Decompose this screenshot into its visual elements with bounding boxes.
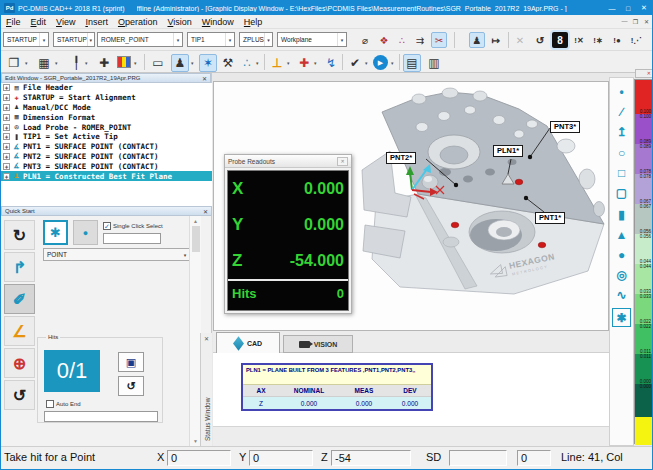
move-points-icon[interactable]: ⇉ [412, 32, 428, 48]
command-input[interactable] [44, 411, 158, 422]
mdi-minimize-icon[interactable]: — [619, 18, 630, 25]
reset-tool[interactable]: ↺ [4, 380, 35, 410]
expand-icon[interactable]: + [3, 163, 10, 170]
close-icon[interactable]: ✕ [203, 208, 208, 215]
expand-icon[interactable]: + [3, 94, 10, 101]
line-icon[interactable]: ∕ [612, 102, 631, 121]
surface-point-icon[interactable]: ⊥ [268, 54, 286, 72]
expand-icon[interactable]: + [3, 114, 10, 121]
minimize-button[interactable]: — [604, 1, 620, 15]
redo-button[interactable]: ↺ [118, 376, 144, 396]
expand-icon[interactable]: + [3, 153, 10, 160]
expand-icon[interactable]: + [3, 133, 10, 140]
maximize-button[interactable]: □ [620, 1, 636, 15]
chevron-down-icon[interactable]: ▾ [365, 60, 368, 66]
tree-item-pln1-selected[interactable]: +⊥PLN1 = Constructed Best Fit Plane [1, 171, 212, 181]
hit-dots-icon[interactable]: !⋰ [628, 32, 644, 48]
menu-help[interactable]: Help [239, 17, 268, 27]
quick-start-header[interactable]: Quick Start ✕ [1, 206, 212, 216]
trim-points-icon[interactable]: ✂ [431, 32, 447, 48]
checkbox-checked-icon[interactable]: ✓ [103, 222, 111, 230]
auto-feature-icon[interactable]: ✱ [612, 308, 631, 327]
erase-hit-icon[interactable]: ↺ [532, 32, 548, 48]
cone-icon[interactable]: ▲ [612, 225, 631, 244]
alignment2-dropdown[interactable]: STARTUP▾ [53, 32, 95, 47]
pan-icon[interactable]: ✚ [95, 54, 113, 72]
comment-icon[interactable]: ▭ [149, 54, 167, 72]
chevron-down-icon[interactable]: ▾ [287, 60, 290, 66]
expand-icon[interactable]: + [3, 143, 10, 150]
chevron-down-icon[interactable]: ▾ [134, 60, 137, 66]
probe-mode-tool[interactable]: ↻ [4, 220, 35, 250]
feature-label-pnt2[interactable]: PNT2* [386, 152, 416, 164]
chevron-down-icon[interactable]: ▾ [55, 60, 58, 66]
workplane-dropdown[interactable]: Workplane▾ [277, 32, 347, 47]
point-icon[interactable]: • [612, 82, 631, 101]
alignment-dropdown[interactable]: STARTUP▾ [3, 32, 49, 47]
menu-vision[interactable]: Vision [162, 17, 196, 27]
wireframe-view-icon[interactable]: ▦ [35, 54, 53, 72]
mdi-restore-icon[interactable]: ❐ [630, 18, 641, 25]
play-icon[interactable]: ▶ [373, 55, 388, 70]
tolerance-tool[interactable]: ∠ [4, 316, 35, 346]
tree-item-file-header[interactable]: +▤File Header [1, 83, 212, 93]
menu-window[interactable]: Window [197, 17, 239, 27]
square-icon[interactable]: □ [612, 163, 631, 182]
cylinder-icon[interactable]: ▮ [612, 205, 631, 224]
auto-end-checkbox[interactable]: ✓ Auto End [46, 400, 81, 408]
probe-readouts-window[interactable]: Probe Readouts ✕ X0.000 Y0.000 Z-54.000 … [224, 154, 352, 314]
tab-cad[interactable]: CAD [216, 332, 280, 353]
menu-view[interactable]: View [51, 17, 80, 27]
auto-feature-button[interactable]: ✱ [43, 220, 68, 245]
probe-readouts-header[interactable]: Probe Readouts ✕ [225, 155, 351, 168]
circle-icon[interactable]: ○ [612, 143, 631, 162]
chevron-down-icon[interactable]: ▾ [25, 60, 28, 66]
checkbox-unchecked-icon[interactable]: ✓ [46, 400, 54, 408]
chevron-down-icon[interactable]: ▾ [85, 60, 88, 66]
feature-label-pnt3[interactable]: PNT3* [550, 121, 580, 133]
graphic-display-window[interactable]: HEXAGON METROLOGY [213, 81, 609, 331]
gage-icon[interactable]: ▥ [425, 54, 443, 72]
tree-item-dimension-format[interactable]: +▦Dimension Format [1, 112, 212, 122]
status-window-strip[interactable]: ✕ Status Window [200, 333, 212, 446]
tree-item-pnt3[interactable]: +∡PNT3 = SURFACE POINT (CONTACT) [1, 161, 212, 171]
tree-item-pnt2[interactable]: +∡PNT2 = SURFACE POINT (CONTACT) [1, 152, 212, 162]
close-icon[interactable]: ✕ [337, 157, 348, 166]
feature-label-pln1[interactable]: PLN1* [493, 145, 523, 157]
expand-icon[interactable]: + [3, 104, 10, 111]
expand-icon[interactable]: + [3, 173, 10, 180]
target-tool[interactable]: ⊕ [4, 348, 35, 378]
single-click-select[interactable]: ✓ Single Click Select [103, 222, 163, 230]
hit-star-icon[interactable]: !✕ [571, 32, 587, 48]
sphere-icon[interactable]: ● [612, 245, 631, 264]
curve-icon[interactable]: ∿ [612, 285, 631, 304]
palette-icon[interactable] [117, 56, 131, 68]
scroll-thumb[interactable] [192, 226, 200, 252]
readout-display-icon[interactable]: 8 [552, 32, 568, 48]
workplane-axis-dropdown[interactable]: ZPLUS▾ [239, 32, 273, 47]
quickstart-arrow-icon[interactable]: ↯ [322, 54, 340, 72]
tree-item-startup[interactable]: +✚STARTUP = Start Alignment [1, 93, 212, 103]
feature-name-input[interactable] [103, 233, 161, 244]
guess-mode-icon[interactable]: ♟ [171, 54, 189, 72]
tree-item-tip1[interactable]: +❚TIP1 = Set Active Tip [1, 132, 212, 142]
save-button[interactable]: ▣ [118, 352, 144, 372]
menu-operation[interactable]: Operation [113, 17, 163, 27]
hit-asterisk-icon[interactable]: !∗ [590, 32, 606, 48]
tree-item-pnt1[interactable]: +∡PNT1 = SURFACE POINT (CONTACT) [1, 142, 212, 152]
mdi-close-icon[interactable]: ✕ [641, 18, 652, 25]
close-icon[interactable]: ✕ [201, 335, 212, 342]
wand-icon[interactable]: ✶ [199, 54, 217, 72]
take-hit-icon[interactable]: ♟ [469, 32, 485, 48]
feature-type-dropdown[interactable]: POINT▾ [43, 248, 191, 261]
select-points-icon[interactable]: ∴ [394, 32, 410, 48]
dimension-tool[interactable]: ✐ [4, 284, 35, 314]
tree-item-manual-dcc[interactable]: +♟Manual/DCC Mode [1, 103, 212, 113]
execute-check-icon[interactable]: ✔ [346, 54, 364, 72]
dimension-report-table[interactable]: PLN1 = PLANE BUILT FROM 3 FEATURES ,PNT1… [241, 363, 433, 411]
expand-icon[interactable]: + [3, 124, 10, 131]
menu-edit[interactable]: Edit [26, 17, 52, 27]
chevron-down-icon[interactable]: ▾ [256, 60, 259, 66]
view-orientation-icon[interactable]: ❐ [5, 54, 23, 72]
menu-insert[interactable]: Insert [80, 17, 113, 27]
